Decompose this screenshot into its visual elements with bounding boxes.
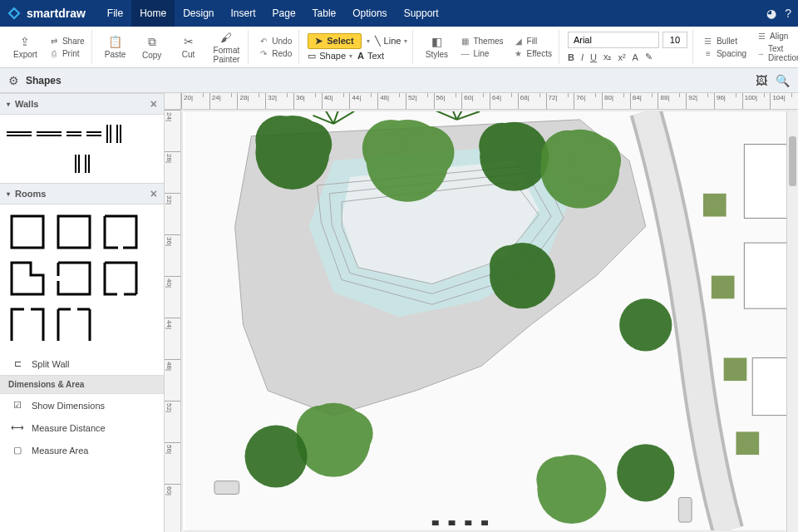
- menu-page[interactable]: Page: [264, 0, 304, 27]
- ribbon-font-group: B I U x₂ x² A ✎: [563, 30, 693, 64]
- room-shape[interactable]: [53, 304, 95, 346]
- bold-button[interactable]: B: [568, 52, 574, 62]
- site-plan: [183, 111, 796, 530]
- select-tool[interactable]: ➤Select: [308, 33, 361, 49]
- export-button[interactable]: ⇪Export: [10, 33, 41, 61]
- redo-button[interactable]: ↷Redo: [257, 48, 293, 59]
- menu-options[interactable]: Options: [344, 0, 395, 27]
- room-shape[interactable]: [100, 258, 141, 299]
- svg-rect-46: [481, 520, 488, 525]
- menu-support[interactable]: Support: [396, 0, 447, 27]
- wall-shape[interactable]: [66, 121, 81, 146]
- close-icon[interactable]: ×: [150, 97, 157, 111]
- ruler-corner: [165, 93, 181, 110]
- highlight-button[interactable]: ✎: [645, 52, 653, 62]
- textdir-button[interactable]: →Text Direction: [755, 43, 798, 63]
- svg-rect-42: [678, 497, 692, 522]
- font-size-input[interactable]: [663, 32, 687, 48]
- underline-button[interactable]: U: [590, 52, 597, 62]
- room-shape[interactable]: [53, 211, 95, 253]
- line-style-button[interactable]: ―Line: [458, 48, 505, 59]
- image-icon[interactable]: 🖼: [756, 74, 767, 87]
- room-shape[interactable]: [7, 258, 48, 299]
- wall-shape[interactable]: [116, 121, 121, 146]
- close-icon[interactable]: ×: [150, 187, 157, 200]
- room-shape[interactable]: [100, 211, 141, 253]
- drawing-canvas[interactable]: [183, 111, 796, 530]
- svg-rect-43: [432, 520, 439, 525]
- subscript-button[interactable]: x₂: [603, 52, 612, 62]
- wall-shape[interactable]: [7, 151, 157, 176]
- ribbon-styles-group: ◧Styles ▦Themes ―Line ◢Fill ★Effects: [416, 30, 559, 64]
- split-wall-button[interactable]: ⊏Split Wall: [0, 352, 164, 375]
- spacing-button[interactable]: ≡Spacing: [702, 48, 748, 59]
- gear-icon[interactable]: ⚙: [8, 74, 19, 87]
- line-style-icon: ―: [460, 49, 470, 58]
- menu-insert[interactable]: Insert: [223, 0, 264, 27]
- checkbox-icon: ☑: [12, 400, 23, 411]
- select-caret[interactable]: ▾: [367, 37, 370, 45]
- effects-button[interactable]: ★Effects: [512, 48, 554, 59]
- themes-button[interactable]: ▦Themes: [458, 36, 505, 47]
- wall-shape[interactable]: [86, 121, 101, 146]
- shape-dropdown[interactable]: ▭Shape▾: [308, 51, 352, 62]
- cut-button[interactable]: ✂Cut: [174, 33, 204, 61]
- superscript-button[interactable]: x²: [618, 52, 625, 62]
- format-painter-button[interactable]: 🖌Format Painter: [210, 29, 244, 66]
- export-icon: ⇪: [20, 35, 30, 48]
- logo[interactable]: smartdraw: [7, 6, 86, 21]
- menu-table[interactable]: Table: [304, 0, 345, 27]
- font-name-input[interactable]: [568, 32, 659, 48]
- room-shape[interactable]: [7, 211, 48, 253]
- menu-file[interactable]: File: [99, 0, 131, 27]
- italic-button[interactable]: I: [581, 52, 584, 62]
- notify-icon[interactable]: ◕: [766, 7, 776, 20]
- copy-icon: ⧉: [148, 35, 156, 49]
- measure-distance-button[interactable]: ⟷Measure Distance: [0, 416, 164, 439]
- wall-shape[interactable]: [37, 121, 62, 146]
- menu-home[interactable]: Home: [131, 0, 175, 27]
- help-icon[interactable]: ?: [785, 7, 791, 20]
- chevron-down-icon: ▾: [7, 190, 10, 198]
- wall-shape[interactable]: [106, 121, 111, 146]
- section-rooms[interactable]: ▾Rooms×: [0, 183, 164, 204]
- svg-point-28: [619, 298, 672, 351]
- svg-point-10: [286, 121, 332, 167]
- ribbon-clipboard-group: 📋Paste ⧉Copy ✂Cut 🖌Format Painter: [96, 30, 249, 64]
- svg-rect-3: [58, 216, 90, 248]
- scroll-thumb[interactable]: [789, 136, 796, 186]
- show-dimensions-toggle[interactable]: ☑Show Dimensions: [0, 394, 164, 416]
- wall-shape[interactable]: [7, 121, 32, 146]
- font-color-button[interactable]: A: [633, 52, 638, 62]
- undo-button[interactable]: ↶Undo: [257, 36, 293, 47]
- room-shape[interactable]: [7, 304, 48, 346]
- align-button[interactable]: ☰Align: [755, 31, 798, 42]
- paste-button[interactable]: 📋Paste: [101, 33, 131, 61]
- ribbon-tools-group: ➤Select ▾ ╲Line▾ ▭Shape▾ AText: [303, 30, 413, 64]
- menubar: smartdraw File Home Design Insert Page T…: [0, 0, 798, 27]
- room-shape[interactable]: [53, 258, 95, 299]
- menu-design[interactable]: Design: [175, 0, 222, 27]
- styles-button[interactable]: ◧Styles: [421, 33, 451, 61]
- vertical-scrollbar[interactable]: [786, 111, 798, 532]
- line-icon: ╲: [375, 36, 381, 47]
- text-icon: A: [357, 51, 364, 61]
- fill-button[interactable]: ◢Fill: [512, 36, 554, 47]
- svg-rect-41: [214, 481, 239, 495]
- spacing-icon: ≡: [703, 49, 713, 58]
- vertical-ruler[interactable]: 24|28|32|36|40|44|48|52|56|60|: [165, 110, 181, 532]
- print-button[interactable]: ⎙Print: [47, 48, 86, 59]
- bullet-button[interactable]: ☰Bullet: [702, 36, 748, 47]
- search-icon[interactable]: 🔍: [776, 74, 790, 87]
- text-tool[interactable]: AText: [357, 51, 384, 61]
- share-button[interactable]: ⇄Share: [47, 36, 86, 47]
- walls-grid: [0, 115, 164, 183]
- paste-icon: 📋: [108, 35, 122, 48]
- copy-button[interactable]: ⧉Copy: [137, 33, 167, 62]
- measure-area-button[interactable]: ▢Measure Area: [0, 439, 164, 461]
- section-walls[interactable]: ▾Walls×: [0, 93, 164, 115]
- svg-point-24: [245, 426, 308, 488]
- line-dropdown[interactable]: ╲Line▾: [375, 36, 408, 47]
- horizontal-ruler[interactable]: 20|24|28|32|36|40|44|48|52|56|60|64|68|7…: [181, 93, 798, 110]
- effects-icon: ★: [514, 49, 524, 58]
